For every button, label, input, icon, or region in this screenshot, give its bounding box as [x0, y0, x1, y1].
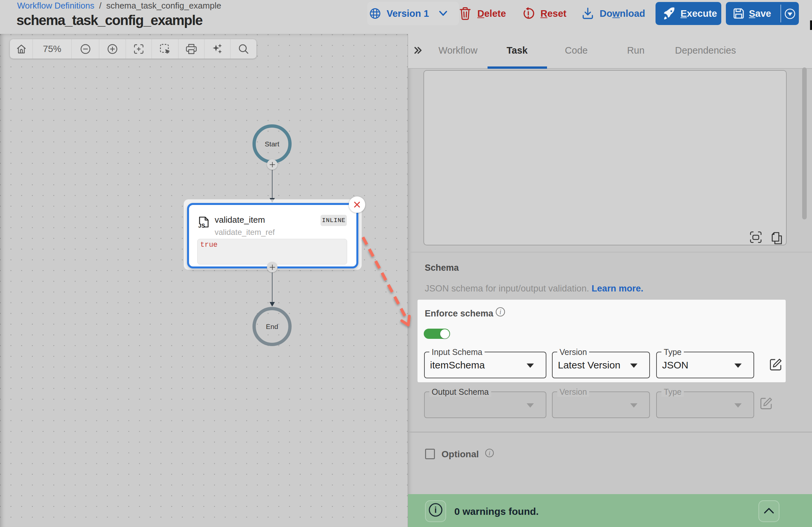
svg-text:JS: JS [198, 223, 205, 228]
svg-text:i: i [435, 505, 437, 514]
svg-text:i: i [489, 450, 490, 457]
svg-text:i: i [499, 308, 501, 315]
